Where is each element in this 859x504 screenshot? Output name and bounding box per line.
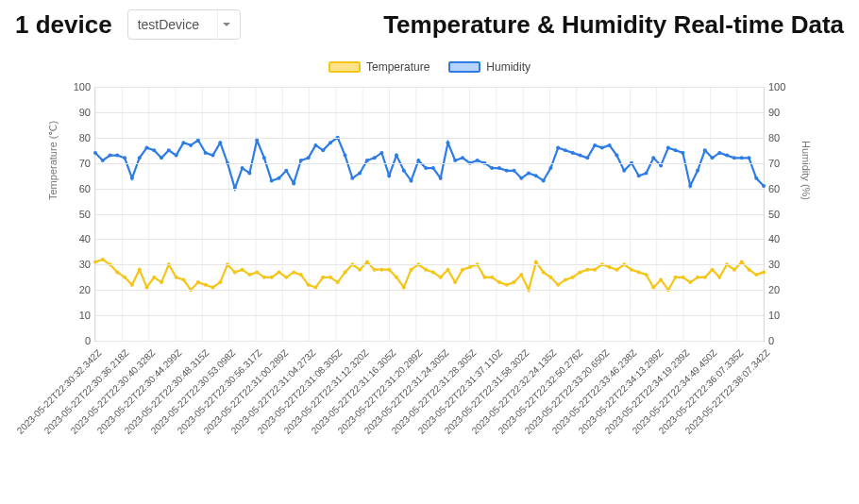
data-point[interactable] (585, 156, 589, 160)
legend-item-temperature[interactable]: Temperature (328, 60, 430, 74)
data-point[interactable] (645, 273, 648, 277)
data-point[interactable] (416, 159, 420, 162)
data-point[interactable] (659, 277, 663, 281)
data-point[interactable] (593, 268, 597, 272)
data-point[interactable] (328, 141, 332, 144)
data-point[interactable] (358, 268, 362, 272)
data-point[interactable] (313, 286, 317, 290)
data-point[interactable] (534, 174, 538, 177)
data-point[interactable] (373, 156, 377, 160)
data-point[interactable] (130, 176, 134, 180)
data-point[interactable] (571, 276, 575, 279)
data-point[interactable] (379, 151, 383, 155)
data-point[interactable] (299, 273, 303, 277)
data-point[interactable] (387, 174, 391, 177)
data-point[interactable] (490, 276, 494, 279)
data-point[interactable] (152, 276, 156, 279)
data-point[interactable] (218, 280, 222, 284)
data-point[interactable] (651, 156, 655, 160)
data-point[interactable] (556, 146, 560, 150)
data-point[interactable] (431, 270, 435, 274)
data-point[interactable] (527, 172, 531, 176)
data-point[interactable] (556, 283, 560, 287)
data-point[interactable] (688, 184, 692, 188)
data-point[interactable] (519, 176, 523, 180)
data-point[interactable] (167, 148, 171, 152)
data-point[interactable] (482, 276, 486, 279)
data-point[interactable] (747, 156, 750, 160)
data-point[interactable] (461, 268, 464, 272)
data-point[interactable] (446, 141, 450, 144)
data-point[interactable] (439, 176, 443, 180)
data-point[interactable] (468, 265, 472, 269)
data-point[interactable] (204, 151, 208, 155)
data-point[interactable] (189, 143, 193, 147)
data-point[interactable] (622, 169, 626, 173)
data-point[interactable] (181, 277, 185, 281)
data-point[interactable] (387, 268, 391, 272)
data-point[interactable] (630, 268, 633, 272)
data-point[interactable] (513, 169, 516, 173)
data-point[interactable] (123, 276, 126, 279)
data-point[interactable] (321, 276, 325, 279)
data-point[interactable] (579, 270, 582, 274)
data-point[interactable] (101, 159, 105, 162)
data-point[interactable] (115, 270, 119, 274)
data-point[interactable] (424, 268, 428, 272)
data-point[interactable] (608, 143, 612, 147)
data-point[interactable] (542, 179, 546, 183)
data-point[interactable] (358, 172, 362, 176)
data-point[interactable] (395, 276, 398, 279)
data-point[interactable] (145, 146, 149, 150)
data-point[interactable] (717, 151, 721, 155)
data-point[interactable] (651, 286, 655, 290)
device-selector[interactable]: testDevice (127, 9, 241, 40)
data-point[interactable] (373, 268, 377, 272)
data-point[interactable] (115, 154, 119, 158)
data-point[interactable] (733, 268, 736, 272)
data-point[interactable] (439, 276, 443, 279)
data-point[interactable] (204, 283, 208, 287)
data-point[interactable] (762, 184, 766, 188)
data-point[interactable] (497, 280, 501, 284)
data-point[interactable] (247, 172, 251, 176)
data-point[interactable] (725, 154, 729, 158)
data-point[interactable] (145, 286, 149, 290)
data-point[interactable] (711, 156, 715, 160)
data-point[interactable] (754, 176, 758, 180)
data-point[interactable] (307, 283, 311, 287)
data-point[interactable] (262, 276, 266, 279)
data-point[interactable] (241, 268, 244, 272)
data-point[interactable] (336, 280, 340, 284)
data-point[interactable] (593, 143, 597, 147)
data-point[interactable] (255, 139, 259, 143)
data-point[interactable] (365, 159, 369, 162)
data-point[interactable] (733, 156, 736, 160)
data-point[interactable] (717, 276, 721, 279)
data-point[interactable] (93, 260, 97, 264)
data-point[interactable] (762, 270, 766, 274)
data-point[interactable] (101, 258, 105, 261)
data-point[interactable] (476, 159, 480, 162)
data-point[interactable] (402, 169, 406, 173)
data-point[interactable] (542, 270, 546, 274)
data-point[interactable] (175, 276, 178, 279)
data-point[interactable] (431, 166, 435, 170)
data-point[interactable] (666, 146, 670, 150)
legend-item-humidity[interactable]: Humidity (448, 60, 531, 74)
data-point[interactable] (534, 260, 538, 264)
data-point[interactable] (703, 148, 707, 152)
data-point[interactable] (674, 276, 678, 279)
data-point[interactable] (453, 280, 457, 284)
data-point[interactable] (130, 283, 134, 287)
data-point[interactable] (278, 270, 281, 274)
data-point[interactable] (505, 283, 509, 287)
data-point[interactable] (548, 276, 552, 279)
data-point[interactable] (299, 159, 303, 162)
data-point[interactable] (175, 154, 178, 158)
data-point[interactable] (497, 166, 501, 170)
data-point[interactable] (395, 154, 398, 158)
data-point[interactable] (410, 268, 413, 272)
data-point[interactable] (196, 139, 200, 143)
data-point[interactable] (270, 179, 274, 183)
